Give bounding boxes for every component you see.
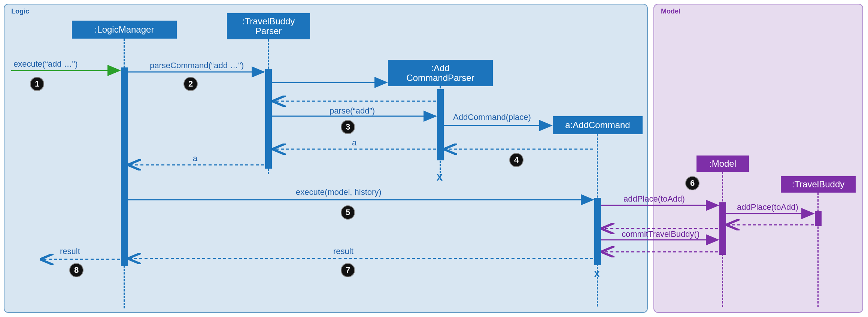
destroy-x: X [594,269,600,280]
lifeline-model: :Model [696,156,749,172]
lifeline-add-command-parser: :Add CommandParser [388,60,493,86]
model-panel-title: Model [661,7,680,15]
lifeline-travelbuddy: :TravelBuddy [781,176,856,193]
msg-return-a: a [352,138,356,148]
msg-execute-model: execute(model, history) [296,187,382,197]
step-7: 7 [341,263,355,277]
activation-bar [265,69,272,169]
activation-bar [437,89,444,160]
step-8: 8 [69,263,84,277]
logic-panel: Logic [4,4,648,313]
lifeline-travelbuddy-parser: :TravelBuddy Parser [227,13,310,39]
destroy-x: X [437,172,443,183]
logic-panel-title: Logic [11,7,29,15]
sequence-diagram: Logic Model :LogicManager :TravelBuddy P… [0,0,868,317]
msg-addplace1: addPlace(toAdd) [623,194,685,204]
lifeline-label: :LogicManager [95,25,154,34]
step-2: 2 [183,77,198,91]
lifeline-add-command: a:AddCommand [553,116,643,134]
msg-result2: result [60,247,80,256]
msg-return-a2: a [193,154,197,163]
step-5: 5 [341,205,355,220]
activation-bar [121,67,128,266]
msg-addcommand-place: AddCommand(place) [453,112,531,122]
step-3: 3 [341,120,355,134]
lifeline-label: :Model [709,159,736,169]
activation-bar [815,211,822,226]
lifeline-logic-manager: :LogicManager [72,21,177,39]
step-1: 1 [30,77,44,91]
activation-bar [719,202,726,255]
msg-addplace2: addPlace(toAdd) [737,202,798,212]
activation-bar [594,198,601,265]
msg-parse: parse(“add”) [330,106,375,116]
lifeline-label: a:AddCommand [565,120,630,130]
lifeline-label: :TravelBuddy [792,179,845,189]
model-panel: Model [653,4,863,313]
lifeline-label: :Add CommandParser [406,63,474,83]
msg-result1: result [333,247,353,256]
msg-execute: execute(“add …") [13,59,78,69]
step-4: 4 [509,153,523,167]
lifeline-dash [817,193,819,307]
msg-commit: commitTravelBuddy() [622,229,699,239]
msg-parse-command: parseCommand(“add …") [150,61,244,70]
lifeline-label: :TravelBuddy Parser [242,16,295,36]
step-6: 6 [685,176,699,190]
